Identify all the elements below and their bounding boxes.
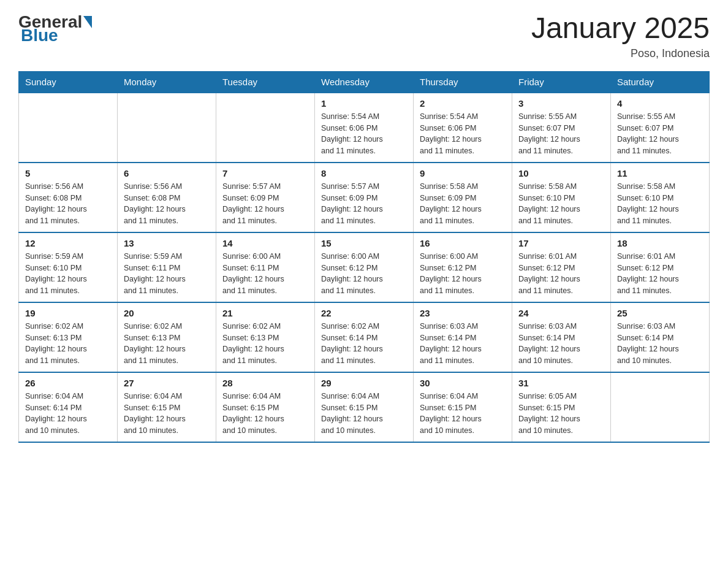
day-number: 14 — [222, 238, 308, 248]
day-info: Sunrise: 6:05 AM Sunset: 6:15 PM Dayligh… — [518, 391, 604, 437]
day-cell: 13Sunrise: 5:59 AM Sunset: 6:11 PM Dayli… — [118, 232, 216, 302]
month-title: January 2025 — [531, 12, 710, 45]
day-cell: 21Sunrise: 6:02 AM Sunset: 6:13 PM Dayli… — [216, 302, 315, 372]
day-cell: 19Sunrise: 6:02 AM Sunset: 6:13 PM Dayli… — [19, 302, 118, 372]
day-number: 27 — [124, 378, 210, 388]
day-cell: 9Sunrise: 5:58 AM Sunset: 6:09 PM Daylig… — [414, 163, 512, 232]
day-info: Sunrise: 6:04 AM Sunset: 6:15 PM Dayligh… — [420, 391, 506, 437]
day-number: 8 — [321, 168, 407, 178]
day-cell: 29Sunrise: 6:04 AM Sunset: 6:15 PM Dayli… — [315, 372, 414, 442]
day-number: 21 — [222, 308, 308, 318]
day-number: 7 — [222, 168, 308, 178]
day-info: Sunrise: 6:03 AM Sunset: 6:14 PM Dayligh… — [518, 321, 604, 367]
day-number: 11 — [617, 168, 703, 178]
day-number: 26 — [25, 378, 111, 388]
calendar-table: SundayMondayTuesdayWednesdayThursdayFrid… — [18, 71, 710, 443]
day-number: 31 — [518, 378, 604, 388]
day-cell: 8Sunrise: 5:57 AM Sunset: 6:09 PM Daylig… — [315, 163, 414, 232]
week-row-3: 12Sunrise: 5:59 AM Sunset: 6:10 PM Dayli… — [19, 232, 710, 302]
day-cell: 6Sunrise: 5:56 AM Sunset: 6:08 PM Daylig… — [118, 163, 216, 232]
day-cell: 23Sunrise: 6:03 AM Sunset: 6:14 PM Dayli… — [414, 302, 512, 372]
day-cell: 28Sunrise: 6:04 AM Sunset: 6:15 PM Dayli… — [216, 372, 315, 442]
day-cell: 30Sunrise: 6:04 AM Sunset: 6:15 PM Dayli… — [414, 372, 512, 442]
day-info: Sunrise: 6:02 AM Sunset: 6:13 PM Dayligh… — [222, 321, 308, 367]
day-cell: 15Sunrise: 6:00 AM Sunset: 6:12 PM Dayli… — [315, 232, 414, 302]
day-info: Sunrise: 6:01 AM Sunset: 6:12 PM Dayligh… — [617, 251, 703, 297]
day-cell: 20Sunrise: 6:02 AM Sunset: 6:13 PM Dayli… — [118, 302, 216, 372]
day-info: Sunrise: 5:58 AM Sunset: 6:10 PM Dayligh… — [617, 181, 703, 227]
day-cell: 11Sunrise: 5:58 AM Sunset: 6:10 PM Dayli… — [611, 163, 710, 232]
day-info: Sunrise: 5:57 AM Sunset: 6:09 PM Dayligh… — [222, 181, 308, 227]
week-row-4: 19Sunrise: 6:02 AM Sunset: 6:13 PM Dayli… — [19, 302, 710, 372]
day-info: Sunrise: 6:04 AM Sunset: 6:14 PM Dayligh… — [25, 391, 111, 437]
week-row-5: 26Sunrise: 6:04 AM Sunset: 6:14 PM Dayli… — [19, 372, 710, 442]
day-info: Sunrise: 5:54 AM Sunset: 6:06 PM Dayligh… — [420, 111, 506, 157]
col-header-tuesday: Tuesday — [216, 71, 315, 93]
day-number: 18 — [617, 238, 703, 248]
day-cell: 3Sunrise: 5:55 AM Sunset: 6:07 PM Daylig… — [512, 93, 611, 163]
day-info: Sunrise: 5:54 AM Sunset: 6:06 PM Dayligh… — [321, 111, 407, 157]
day-info: Sunrise: 6:03 AM Sunset: 6:14 PM Dayligh… — [420, 321, 506, 367]
day-number: 6 — [124, 168, 210, 178]
day-cell: 10Sunrise: 5:58 AM Sunset: 6:10 PM Dayli… — [512, 163, 611, 232]
col-header-wednesday: Wednesday — [315, 71, 414, 93]
day-cell — [216, 93, 315, 163]
day-number: 20 — [124, 308, 210, 318]
day-cell: 27Sunrise: 6:04 AM Sunset: 6:15 PM Dayli… — [118, 372, 216, 442]
day-cell: 5Sunrise: 5:56 AM Sunset: 6:08 PM Daylig… — [19, 163, 118, 232]
day-number: 1 — [321, 98, 407, 109]
day-info: Sunrise: 5:55 AM Sunset: 6:07 PM Dayligh… — [518, 111, 604, 157]
day-number: 30 — [420, 378, 506, 388]
day-info: Sunrise: 5:56 AM Sunset: 6:08 PM Dayligh… — [25, 181, 111, 227]
day-info: Sunrise: 5:59 AM Sunset: 6:10 PM Dayligh… — [25, 251, 111, 297]
day-number: 16 — [420, 238, 506, 248]
day-cell: 31Sunrise: 6:05 AM Sunset: 6:15 PM Dayli… — [512, 372, 611, 442]
day-cell: 14Sunrise: 6:00 AM Sunset: 6:11 PM Dayli… — [216, 232, 315, 302]
day-info: Sunrise: 5:56 AM Sunset: 6:08 PM Dayligh… — [124, 181, 210, 227]
logo-triangle-icon — [83, 16, 92, 28]
day-info: Sunrise: 6:02 AM Sunset: 6:13 PM Dayligh… — [124, 321, 210, 367]
day-cell: 12Sunrise: 5:59 AM Sunset: 6:10 PM Dayli… — [19, 232, 118, 302]
day-number: 23 — [420, 308, 506, 318]
day-info: Sunrise: 5:55 AM Sunset: 6:07 PM Dayligh… — [617, 111, 703, 157]
day-cell: 16Sunrise: 6:00 AM Sunset: 6:12 PM Dayli… — [414, 232, 512, 302]
day-info: Sunrise: 5:57 AM Sunset: 6:09 PM Dayligh… — [321, 181, 407, 227]
day-info: Sunrise: 5:58 AM Sunset: 6:10 PM Dayligh… — [518, 181, 604, 227]
day-number: 2 — [420, 98, 506, 109]
col-header-sunday: Sunday — [19, 71, 118, 93]
day-cell: 1Sunrise: 5:54 AM Sunset: 6:06 PM Daylig… — [315, 93, 414, 163]
day-cell: 17Sunrise: 6:01 AM Sunset: 6:12 PM Dayli… — [512, 232, 611, 302]
day-number: 4 — [617, 98, 703, 109]
day-number: 15 — [321, 238, 407, 248]
day-number: 12 — [25, 238, 111, 248]
week-row-2: 5Sunrise: 5:56 AM Sunset: 6:08 PM Daylig… — [19, 163, 710, 232]
col-header-friday: Friday — [512, 71, 611, 93]
day-info: Sunrise: 6:00 AM Sunset: 6:12 PM Dayligh… — [420, 251, 506, 297]
day-info: Sunrise: 6:03 AM Sunset: 6:14 PM Dayligh… — [617, 321, 703, 367]
header-row: SundayMondayTuesdayWednesdayThursdayFrid… — [19, 71, 710, 93]
logo: General Blue — [18, 12, 93, 45]
day-info: Sunrise: 6:04 AM Sunset: 6:15 PM Dayligh… — [222, 391, 308, 437]
day-cell: 24Sunrise: 6:03 AM Sunset: 6:14 PM Dayli… — [512, 302, 611, 372]
logo-blue-text: Blue — [21, 26, 58, 45]
day-cell: 2Sunrise: 5:54 AM Sunset: 6:06 PM Daylig… — [414, 93, 512, 163]
day-number: 17 — [518, 238, 604, 248]
day-cell — [611, 372, 710, 442]
day-info: Sunrise: 6:04 AM Sunset: 6:15 PM Dayligh… — [124, 391, 210, 437]
day-number: 22 — [321, 308, 407, 318]
location-label: Poso, Indonesia — [531, 47, 710, 60]
col-header-thursday: Thursday — [414, 71, 512, 93]
day-cell — [19, 93, 118, 163]
day-info: Sunrise: 6:00 AM Sunset: 6:12 PM Dayligh… — [321, 251, 407, 297]
col-header-saturday: Saturday — [611, 71, 710, 93]
title-area: January 2025 Poso, Indonesia — [531, 12, 710, 60]
day-number: 25 — [617, 308, 703, 318]
week-row-1: 1Sunrise: 5:54 AM Sunset: 6:06 PM Daylig… — [19, 93, 710, 163]
col-header-monday: Monday — [118, 71, 216, 93]
day-info: Sunrise: 6:02 AM Sunset: 6:14 PM Dayligh… — [321, 321, 407, 367]
day-number: 10 — [518, 168, 604, 178]
day-cell: 25Sunrise: 6:03 AM Sunset: 6:14 PM Dayli… — [611, 302, 710, 372]
day-number: 28 — [222, 378, 308, 388]
day-cell: 4Sunrise: 5:55 AM Sunset: 6:07 PM Daylig… — [611, 93, 710, 163]
day-info: Sunrise: 5:58 AM Sunset: 6:09 PM Dayligh… — [420, 181, 506, 227]
